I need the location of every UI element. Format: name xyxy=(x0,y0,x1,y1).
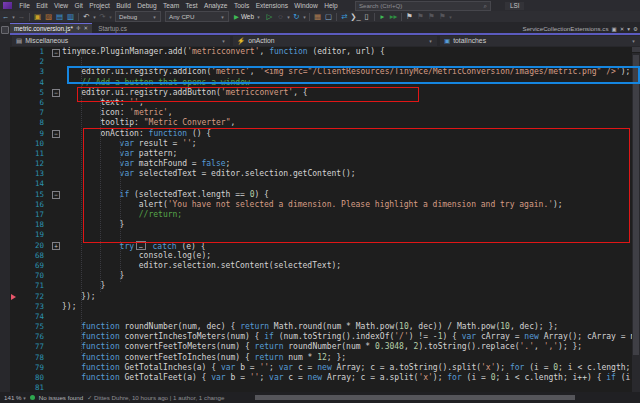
breakpoint-margin[interactable] xyxy=(10,302,18,312)
navigate-forward-icon[interactable]: → xyxy=(16,12,27,22)
fold-margin[interactable] xyxy=(50,220,62,230)
breakpoint-margin[interactable] xyxy=(10,149,18,159)
fold-margin[interactable]: − xyxy=(50,47,62,57)
browser-preview-icon[interactable]: ▢ xyxy=(323,12,334,22)
code-line[interactable]: 69editor.selection.setContent(selectedTe… xyxy=(10,261,632,271)
tab-servicecollectionextensions-cs[interactable]: ServiceCollectionExtensions.cs xyxy=(523,25,609,32)
run-all-tests-icon[interactable]: ▸▸ xyxy=(388,12,399,22)
fold-margin[interactable] xyxy=(50,230,62,240)
breakpoint-margin[interactable] xyxy=(10,210,18,220)
code-line[interactable]: 17//return; xyxy=(10,210,632,220)
breakpoint-margin[interactable] xyxy=(10,241,18,251)
menu-build[interactable]: Build xyxy=(113,2,134,9)
code-line[interactable]: 19 xyxy=(10,230,632,240)
fold-margin[interactable] xyxy=(50,169,62,179)
git-blame-info[interactable]: ✓ Dittes Duhre, 10 hours ago | 1 author,… xyxy=(87,394,224,401)
chevron-down-icon[interactable]: ▾ xyxy=(627,26,630,32)
fold-margin[interactable] xyxy=(50,179,62,189)
menu-project[interactable]: Project xyxy=(86,2,113,9)
fold-margin[interactable] xyxy=(50,383,62,392)
code-line[interactable]: 68console.log(e); xyxy=(10,251,632,261)
menu-tools[interactable]: Tools xyxy=(231,2,253,9)
save-icon[interactable]: ▤ xyxy=(54,12,65,22)
code-line[interactable]: 2 xyxy=(10,57,632,67)
redo-icon[interactable]: ↷ xyxy=(97,12,108,22)
breakpoint-margin[interactable] xyxy=(10,383,18,392)
fold-margin[interactable] xyxy=(50,261,62,271)
menu-team[interactable]: Team xyxy=(160,2,183,9)
code-line[interactable]: 71} xyxy=(10,281,632,291)
fold-margin[interactable] xyxy=(50,312,62,322)
gear-icon[interactable]: ⚙ xyxy=(633,26,638,32)
code-line[interactable]: 75function roundNumber(num, dec) { retur… xyxy=(10,322,632,332)
breakpoint-margin[interactable] xyxy=(10,88,18,98)
breakpoint-margin[interactable] xyxy=(10,363,18,373)
fold-margin[interactable] xyxy=(50,118,62,128)
fold-margin[interactable] xyxy=(50,373,62,383)
caret-reload-icon[interactable]: ▾ xyxy=(302,14,307,20)
code-line[interactable]: 79function GetTotalInches(a) { var b = '… xyxy=(10,363,632,373)
code-line[interactable]: 14 xyxy=(10,179,632,189)
fold-margin[interactable]: − xyxy=(50,129,62,139)
platform-dropdown[interactable]: Any CPU ▾ xyxy=(165,11,229,22)
attach-icon[interactable]: ◌ xyxy=(275,12,286,22)
code-line[interactable]: 3editor.ui.registry.addIcon('metric', '<… xyxy=(10,67,632,77)
fold-margin[interactable] xyxy=(50,210,62,220)
menu-debug[interactable]: Debug xyxy=(134,2,160,9)
code-line[interactable]: 81 xyxy=(10,383,632,392)
breakpoint-margin[interactable] xyxy=(10,353,18,363)
code-line[interactable]: 15−if (selectedText.length == 0) { xyxy=(10,190,632,200)
vertical-scrollbar[interactable] xyxy=(632,47,640,392)
breakpoint-margin[interactable] xyxy=(10,251,18,261)
fold-margin[interactable] xyxy=(50,292,62,302)
fold-margin[interactable] xyxy=(50,108,62,118)
code-line[interactable]: 80function GetTotalFeet(a) { var b = '';… xyxy=(10,373,632,383)
fold-margin[interactable] xyxy=(50,302,62,312)
breakpoint-margin[interactable] xyxy=(10,230,18,240)
code-line[interactable]: 1−tinymce.PluginManager.add('metricconve… xyxy=(10,47,632,57)
code-line[interactable]: 78function convertFeetToInches(num) { re… xyxy=(10,353,632,363)
document-icon[interactable]: ▯ xyxy=(361,12,372,22)
solution-name[interactable]: LSI xyxy=(505,2,525,10)
code-line[interactable]: 13var selectedText = editor.selection.ge… xyxy=(10,169,632,179)
menu-edit[interactable]: Edit xyxy=(33,2,51,9)
fold-collapse-icon[interactable]: − xyxy=(52,49,60,57)
code-line[interactable]: 74 xyxy=(10,312,632,322)
breakpoint-margin[interactable] xyxy=(10,179,18,189)
bookmark-icon[interactable]: ⚑ xyxy=(404,12,415,22)
debug-target-dropdown[interactable]: Debug ▾ xyxy=(115,11,161,22)
breakpoint-margin[interactable] xyxy=(10,118,18,128)
breakpoint-margin[interactable] xyxy=(10,261,18,271)
tab-metric-conversion-js[interactable]: metric.conversion.js* ✛ ✕ xyxy=(10,23,92,34)
fold-margin[interactable]: − xyxy=(50,88,62,98)
code-line[interactable]: 18} xyxy=(10,220,632,230)
breakpoint-margin[interactable] xyxy=(10,78,18,88)
code-line[interactable]: 5−editor.ui.registry.addButton('metricco… xyxy=(10,88,632,98)
breakpoint-margin[interactable] xyxy=(10,200,18,210)
collapsed-region-box[interactable]: … xyxy=(136,241,146,250)
code-line[interactable]: 77function convertFeetToMeters(num) { re… xyxy=(10,342,632,352)
code-line[interactable]: 16alert('You have not selected a dimensi… xyxy=(10,200,632,210)
compare-icon[interactable]: ⇄ xyxy=(339,12,350,22)
fold-expand-icon[interactable]: + xyxy=(52,242,60,250)
fold-collapse-icon[interactable]: − xyxy=(52,191,60,199)
code-line[interactable]: 73}); xyxy=(10,302,632,312)
fold-collapse-icon[interactable]: − xyxy=(52,89,60,97)
project-dropdown[interactable]: ▤ Miscellaneous ▾ xyxy=(12,36,230,46)
hot-reload-icon[interactable]: ↻ xyxy=(291,12,302,22)
fold-margin[interactable] xyxy=(50,281,62,291)
interactive-window-icon[interactable]: ❯_ xyxy=(350,12,361,22)
code-editor[interactable]: 1−tinymce.PluginManager.add('metricconve… xyxy=(10,47,632,392)
code-line[interactable]: 11var pattern; xyxy=(10,149,632,159)
breakpoint-margin[interactable] xyxy=(10,139,18,149)
menu-extensions[interactable]: Extensions xyxy=(252,2,291,9)
breakpoint-margin[interactable] xyxy=(10,292,18,302)
menu-file[interactable]: File xyxy=(16,2,33,9)
fold-margin[interactable] xyxy=(50,149,62,159)
breakpoint-margin[interactable] xyxy=(10,108,18,118)
code-line[interactable]: 10var result = ''; xyxy=(10,139,632,149)
start-debugging-button[interactable]: ▶ Web ▾ xyxy=(234,13,261,21)
keep-open-icon[interactable]: ▣ xyxy=(611,26,616,32)
breakpoint-margin[interactable] xyxy=(10,332,18,342)
navigate-backward-icon[interactable]: ← xyxy=(0,12,11,22)
